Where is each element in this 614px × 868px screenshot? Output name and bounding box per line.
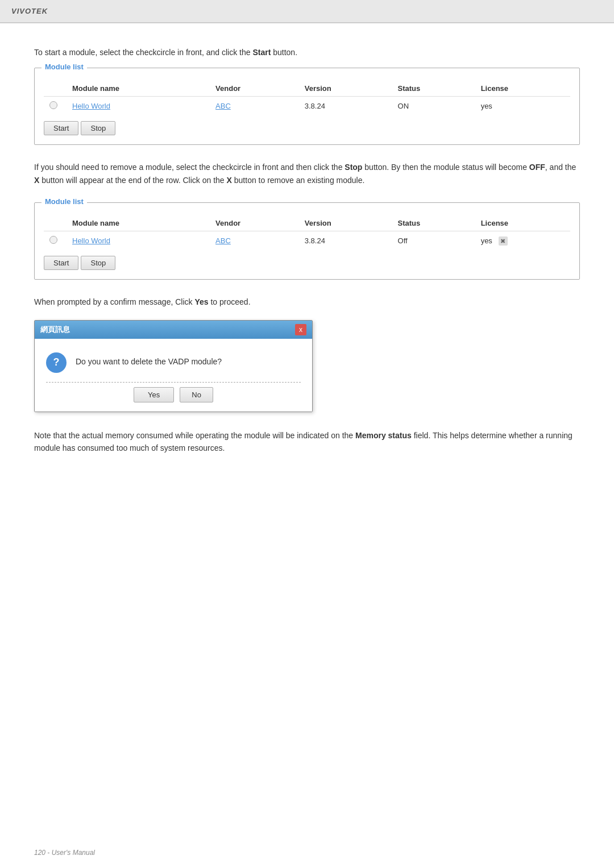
- col2-vendor: Vendor: [210, 215, 299, 231]
- row1-status: ON: [392, 97, 475, 116]
- row2-vendor: ABC: [210, 231, 299, 251]
- row1-version: 3.8.24: [299, 97, 392, 116]
- table-row: Hello World ABC 3.8.24 ON yes: [44, 97, 570, 116]
- para2-bold3: X: [34, 176, 39, 185]
- question-icon: ?: [46, 352, 67, 373]
- dialog-title: 網頁訊息: [40, 325, 70, 335]
- module-table-2: Module name Vendor Version Status Licens…: [44, 215, 570, 250]
- row2-license-text: yes: [481, 236, 492, 245]
- header-bar: VIVOTEK: [0, 0, 614, 23]
- brand-logo: VIVOTEK: [11, 7, 48, 15]
- module-list-1: Module list Module name Vendor Version S…: [34, 68, 580, 145]
- stop-button-2[interactable]: Stop: [81, 256, 115, 270]
- para2-text-2: button. By then the module status will b…: [362, 163, 529, 172]
- page-content: To start a module, select the checkcircl…: [0, 23, 614, 486]
- row2-radio[interactable]: [44, 231, 67, 251]
- row2-status: Off: [392, 231, 475, 251]
- col2-license: License: [475, 215, 570, 231]
- para2: If you should need to remove a module, s…: [34, 161, 580, 186]
- para4-text-1: Note that the actual memory consumed whi…: [34, 431, 355, 440]
- module-list-2: Module list Module name Vendor Version S…: [34, 202, 580, 280]
- module-list-title-1: Module list: [42, 63, 87, 71]
- module-list-title-2: Module list: [42, 197, 87, 206]
- row2-license: yes ✖: [475, 231, 570, 251]
- footer-text: 120 - User's Manual: [34, 849, 95, 857]
- para4: Note that the actual memory consumed whi…: [34, 429, 580, 455]
- table-row-2: Hello World ABC 3.8.24 Off yes ✖: [44, 231, 570, 251]
- row2-version: 3.8.24: [299, 231, 392, 251]
- col-version: Version: [299, 81, 392, 97]
- no-button[interactable]: No: [180, 387, 213, 402]
- row1-radio[interactable]: [44, 97, 67, 116]
- col-status: Status: [392, 81, 475, 97]
- dialog-message: Do you want to delete the VADP module?: [76, 352, 222, 368]
- module-table-1: Module name Vendor Version Status Licens…: [44, 81, 570, 115]
- row1-vendor-link[interactable]: ABC: [215, 102, 231, 110]
- dialog-titlebar: 網頁訊息 x: [35, 321, 312, 339]
- row2-name: Hello World: [67, 231, 210, 251]
- col-license: License: [475, 81, 570, 97]
- para2-bold2: OFF: [529, 163, 545, 172]
- para2-bold4: X: [227, 176, 232, 185]
- radio-circle-1[interactable]: [49, 101, 57, 109]
- radio-circle-2[interactable]: [49, 236, 57, 244]
- col2-status: Status: [392, 215, 475, 231]
- col-vendor: Vendor: [210, 81, 299, 97]
- para2-text-5: button to remove an existing module.: [232, 176, 364, 185]
- dialog-body: ? Do you want to delete the VADP module?: [35, 339, 312, 382]
- para2-text-4: button will appear at the end of the row…: [39, 176, 226, 185]
- col-module-name: Module name: [67, 81, 210, 97]
- para4-bold: Memory status: [355, 431, 412, 440]
- btn-row-2: Start Stop: [44, 256, 570, 270]
- intro-bold: Start: [252, 48, 271, 57]
- start-button-2[interactable]: Start: [44, 256, 78, 270]
- question-mark: ?: [53, 356, 60, 368]
- para3-bold: Yes: [194, 297, 208, 306]
- row2-vendor-link[interactable]: ABC: [215, 236, 231, 245]
- intro-text-1: To start a module, select the checkcircl…: [34, 48, 252, 57]
- row1-vendor: ABC: [210, 97, 299, 116]
- col2-version: Version: [299, 215, 392, 231]
- intro-paragraph: To start a module, select the checkcircl…: [34, 46, 580, 59]
- table-header-row: Module name Vendor Version Status Licens…: [44, 81, 570, 97]
- row1-license: yes: [475, 97, 570, 116]
- col-checkbox: [44, 81, 67, 97]
- row1-name-link[interactable]: Hello World: [72, 102, 110, 110]
- para2-text-3: , and the: [545, 163, 576, 172]
- row1-name: Hello World: [67, 97, 210, 116]
- para2-text-1: If you should need to remove a module, s…: [34, 163, 345, 172]
- para3-text-1: When prompted by a confirm message, Clic…: [34, 297, 194, 306]
- start-button-1[interactable]: Start: [44, 121, 78, 135]
- yes-button[interactable]: Yes: [134, 387, 174, 402]
- col2-checkbox: [44, 215, 67, 231]
- intro-text-2: button.: [271, 48, 297, 57]
- para2-bold1: Stop: [345, 163, 362, 172]
- dialog-close-button[interactable]: x: [295, 324, 306, 335]
- para3-text-2: to proceed.: [209, 297, 251, 306]
- table-header-row-2: Module name Vendor Version Status Licens…: [44, 215, 570, 231]
- dialog-buttons: Yes No: [35, 383, 312, 412]
- stop-button-1[interactable]: Stop: [81, 121, 115, 135]
- btn-row-1: Start Stop: [44, 121, 570, 135]
- para3: When prompted by a confirm message, Clic…: [34, 296, 580, 308]
- delete-icon[interactable]: ✖: [499, 236, 508, 246]
- dialog-box: 網頁訊息 x ? Do you want to delete the VADP …: [34, 320, 313, 412]
- col2-module-name: Module name: [67, 215, 210, 231]
- row2-name-link[interactable]: Hello World: [72, 236, 110, 245]
